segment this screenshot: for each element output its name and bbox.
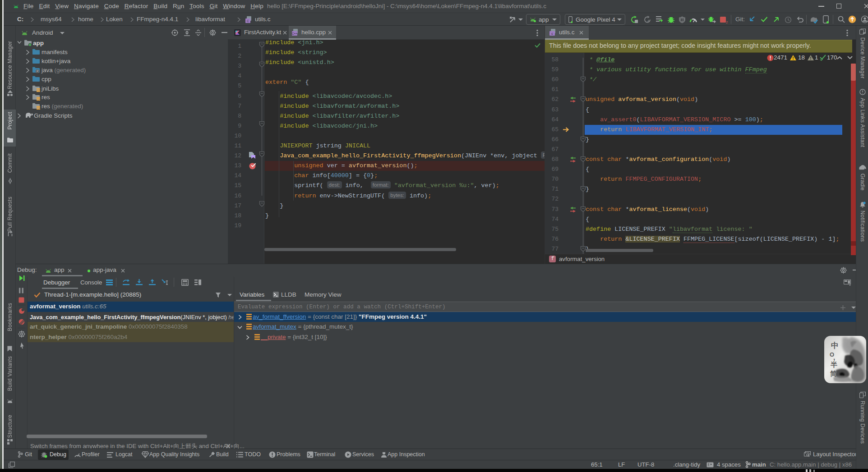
svg-text:2: 2 [726,20,728,23]
svg-text:半: 半 [830,361,837,368]
svg-text:C: C [247,19,249,23]
svg-text:中: 中 [831,341,839,350]
svg-text:C++: C++ [292,32,297,35]
svg-text:A: A [647,19,650,23]
svg-text:,: , [833,353,835,361]
svg-text:c: c [551,32,553,35]
svg-text:简: 简 [830,370,837,377]
